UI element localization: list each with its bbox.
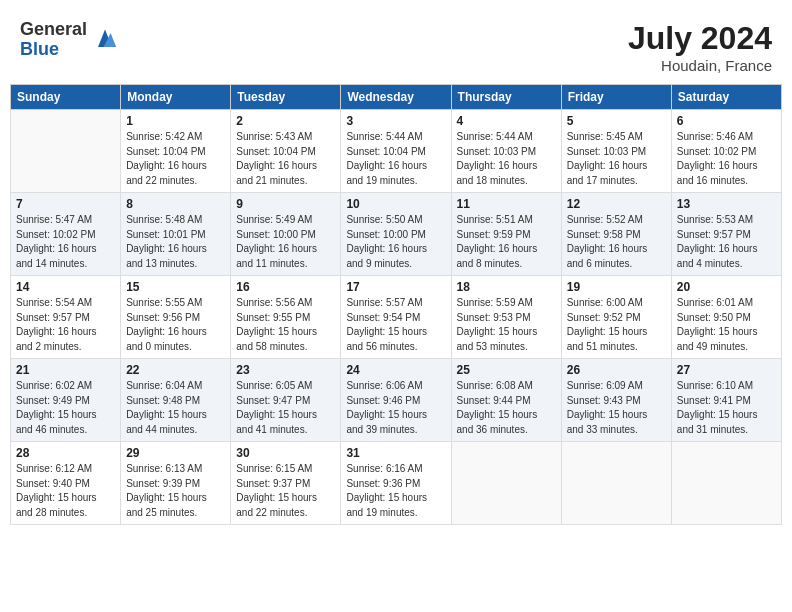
calendar-day-cell xyxy=(561,442,671,525)
day-info: Sunrise: 5:53 AMSunset: 9:57 PMDaylight:… xyxy=(677,213,776,271)
logo-general: General xyxy=(20,20,87,40)
day-info: Sunrise: 5:55 AMSunset: 9:56 PMDaylight:… xyxy=(126,296,225,354)
calendar-day-cell: 27Sunrise: 6:10 AMSunset: 9:41 PMDayligh… xyxy=(671,359,781,442)
calendar-day-cell: 21Sunrise: 6:02 AMSunset: 9:49 PMDayligh… xyxy=(11,359,121,442)
weekday-header-thursday: Thursday xyxy=(451,85,561,110)
calendar-day-cell: 13Sunrise: 5:53 AMSunset: 9:57 PMDayligh… xyxy=(671,193,781,276)
day-info: Sunrise: 6:01 AMSunset: 9:50 PMDaylight:… xyxy=(677,296,776,354)
day-info: Sunrise: 5:54 AMSunset: 9:57 PMDaylight:… xyxy=(16,296,115,354)
day-number: 15 xyxy=(126,280,225,294)
weekday-header-monday: Monday xyxy=(121,85,231,110)
logo-blue: Blue xyxy=(20,40,87,60)
calendar-day-cell: 10Sunrise: 5:50 AMSunset: 10:00 PMDaylig… xyxy=(341,193,451,276)
calendar-day-cell: 23Sunrise: 6:05 AMSunset: 9:47 PMDayligh… xyxy=(231,359,341,442)
weekday-header-tuesday: Tuesday xyxy=(231,85,341,110)
day-number: 25 xyxy=(457,363,556,377)
day-info: Sunrise: 5:52 AMSunset: 9:58 PMDaylight:… xyxy=(567,213,666,271)
weekday-header-saturday: Saturday xyxy=(671,85,781,110)
calendar-day-cell: 2Sunrise: 5:43 AMSunset: 10:04 PMDayligh… xyxy=(231,110,341,193)
day-number: 16 xyxy=(236,280,335,294)
calendar-day-cell: 17Sunrise: 5:57 AMSunset: 9:54 PMDayligh… xyxy=(341,276,451,359)
day-info: Sunrise: 5:47 AMSunset: 10:02 PMDaylight… xyxy=(16,213,115,271)
calendar-day-cell: 19Sunrise: 6:00 AMSunset: 9:52 PMDayligh… xyxy=(561,276,671,359)
day-info: Sunrise: 5:59 AMSunset: 9:53 PMDaylight:… xyxy=(457,296,556,354)
day-number: 24 xyxy=(346,363,445,377)
logo: General Blue xyxy=(20,20,119,60)
calendar-day-cell xyxy=(451,442,561,525)
day-number: 22 xyxy=(126,363,225,377)
day-info: Sunrise: 6:16 AMSunset: 9:36 PMDaylight:… xyxy=(346,462,445,520)
day-info: Sunrise: 5:43 AMSunset: 10:04 PMDaylight… xyxy=(236,130,335,188)
calendar-day-cell xyxy=(671,442,781,525)
day-number: 26 xyxy=(567,363,666,377)
weekday-header-row: SundayMondayTuesdayWednesdayThursdayFrid… xyxy=(11,85,782,110)
day-info: Sunrise: 6:02 AMSunset: 9:49 PMDaylight:… xyxy=(16,379,115,437)
day-info: Sunrise: 6:13 AMSunset: 9:39 PMDaylight:… xyxy=(126,462,225,520)
day-info: Sunrise: 6:09 AMSunset: 9:43 PMDaylight:… xyxy=(567,379,666,437)
calendar-day-cell: 18Sunrise: 5:59 AMSunset: 9:53 PMDayligh… xyxy=(451,276,561,359)
day-number: 17 xyxy=(346,280,445,294)
calendar-day-cell: 9Sunrise: 5:49 AMSunset: 10:00 PMDayligh… xyxy=(231,193,341,276)
calendar-week-row: 7Sunrise: 5:47 AMSunset: 10:02 PMDayligh… xyxy=(11,193,782,276)
calendar-day-cell: 12Sunrise: 5:52 AMSunset: 9:58 PMDayligh… xyxy=(561,193,671,276)
calendar-day-cell: 1Sunrise: 5:42 AMSunset: 10:04 PMDayligh… xyxy=(121,110,231,193)
day-info: Sunrise: 6:08 AMSunset: 9:44 PMDaylight:… xyxy=(457,379,556,437)
day-info: Sunrise: 5:56 AMSunset: 9:55 PMDaylight:… xyxy=(236,296,335,354)
calendar-day-cell: 16Sunrise: 5:56 AMSunset: 9:55 PMDayligh… xyxy=(231,276,341,359)
calendar-day-cell: 30Sunrise: 6:15 AMSunset: 9:37 PMDayligh… xyxy=(231,442,341,525)
day-number: 31 xyxy=(346,446,445,460)
calendar-day-cell: 24Sunrise: 6:06 AMSunset: 9:46 PMDayligh… xyxy=(341,359,451,442)
location: Houdain, France xyxy=(628,57,772,74)
day-number: 27 xyxy=(677,363,776,377)
title-block: July 2024 Houdain, France xyxy=(628,20,772,74)
day-info: Sunrise: 5:48 AMSunset: 10:01 PMDaylight… xyxy=(126,213,225,271)
day-number: 1 xyxy=(126,114,225,128)
day-number: 18 xyxy=(457,280,556,294)
calendar-day-cell xyxy=(11,110,121,193)
weekday-header-sunday: Sunday xyxy=(11,85,121,110)
day-info: Sunrise: 6:15 AMSunset: 9:37 PMDaylight:… xyxy=(236,462,335,520)
calendar-day-cell: 20Sunrise: 6:01 AMSunset: 9:50 PMDayligh… xyxy=(671,276,781,359)
calendar-week-row: 21Sunrise: 6:02 AMSunset: 9:49 PMDayligh… xyxy=(11,359,782,442)
calendar-day-cell: 31Sunrise: 6:16 AMSunset: 9:36 PMDayligh… xyxy=(341,442,451,525)
day-number: 13 xyxy=(677,197,776,211)
calendar-day-cell: 22Sunrise: 6:04 AMSunset: 9:48 PMDayligh… xyxy=(121,359,231,442)
day-number: 4 xyxy=(457,114,556,128)
day-number: 11 xyxy=(457,197,556,211)
day-info: Sunrise: 5:57 AMSunset: 9:54 PMDaylight:… xyxy=(346,296,445,354)
day-number: 7 xyxy=(16,197,115,211)
day-number: 3 xyxy=(346,114,445,128)
page-header: General Blue July 2024 Houdain, France xyxy=(10,10,782,79)
day-number: 21 xyxy=(16,363,115,377)
calendar-day-cell: 25Sunrise: 6:08 AMSunset: 9:44 PMDayligh… xyxy=(451,359,561,442)
day-number: 14 xyxy=(16,280,115,294)
day-info: Sunrise: 6:12 AMSunset: 9:40 PMDaylight:… xyxy=(16,462,115,520)
calendar-day-cell: 5Sunrise: 5:45 AMSunset: 10:03 PMDayligh… xyxy=(561,110,671,193)
day-number: 12 xyxy=(567,197,666,211)
calendar-day-cell: 4Sunrise: 5:44 AMSunset: 10:03 PMDayligh… xyxy=(451,110,561,193)
day-info: Sunrise: 6:05 AMSunset: 9:47 PMDaylight:… xyxy=(236,379,335,437)
day-info: Sunrise: 6:10 AMSunset: 9:41 PMDaylight:… xyxy=(677,379,776,437)
day-number: 30 xyxy=(236,446,335,460)
weekday-header-friday: Friday xyxy=(561,85,671,110)
day-number: 6 xyxy=(677,114,776,128)
day-info: Sunrise: 6:04 AMSunset: 9:48 PMDaylight:… xyxy=(126,379,225,437)
calendar-day-cell: 14Sunrise: 5:54 AMSunset: 9:57 PMDayligh… xyxy=(11,276,121,359)
day-info: Sunrise: 5:49 AMSunset: 10:00 PMDaylight… xyxy=(236,213,335,271)
calendar-day-cell: 15Sunrise: 5:55 AMSunset: 9:56 PMDayligh… xyxy=(121,276,231,359)
calendar-day-cell: 26Sunrise: 6:09 AMSunset: 9:43 PMDayligh… xyxy=(561,359,671,442)
month-year: July 2024 xyxy=(628,20,772,57)
calendar-day-cell: 11Sunrise: 5:51 AMSunset: 9:59 PMDayligh… xyxy=(451,193,561,276)
day-info: Sunrise: 5:50 AMSunset: 10:00 PMDaylight… xyxy=(346,213,445,271)
calendar-day-cell: 28Sunrise: 6:12 AMSunset: 9:40 PMDayligh… xyxy=(11,442,121,525)
day-number: 19 xyxy=(567,280,666,294)
calendar-table: SundayMondayTuesdayWednesdayThursdayFrid… xyxy=(10,84,782,525)
day-info: Sunrise: 6:00 AMSunset: 9:52 PMDaylight:… xyxy=(567,296,666,354)
calendar-day-cell: 3Sunrise: 5:44 AMSunset: 10:04 PMDayligh… xyxy=(341,110,451,193)
day-number: 9 xyxy=(236,197,335,211)
day-info: Sunrise: 5:46 AMSunset: 10:02 PMDaylight… xyxy=(677,130,776,188)
day-info: Sunrise: 5:44 AMSunset: 10:03 PMDaylight… xyxy=(457,130,556,188)
calendar-day-cell: 8Sunrise: 5:48 AMSunset: 10:01 PMDayligh… xyxy=(121,193,231,276)
day-number: 20 xyxy=(677,280,776,294)
day-info: Sunrise: 5:44 AMSunset: 10:04 PMDaylight… xyxy=(346,130,445,188)
